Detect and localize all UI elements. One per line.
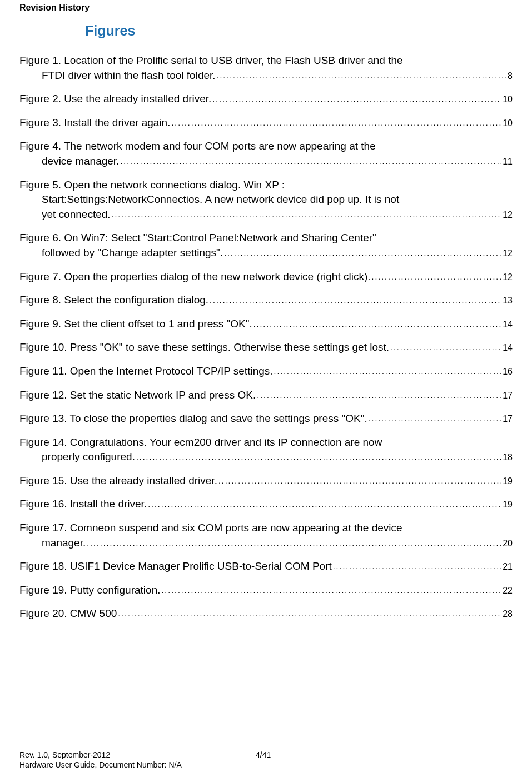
toc-text: FTDI diver within the flash tool folder.	[42, 68, 216, 83]
toc-entry: Figure 13. To close the properties dialo…	[19, 411, 513, 426]
toc-page-number: 19	[503, 499, 513, 511]
footer-doc: Hardware User Guide, Document Number: N/…	[19, 760, 513, 770]
toc-leader-dots: ........................................…	[148, 499, 501, 510]
toc-text: Figure 11. Open the Internet Protocol TC…	[19, 364, 273, 379]
toc-page-number: 21	[503, 561, 513, 573]
toc-text: properly configured.	[42, 450, 135, 465]
toc-line: manager.................................…	[42, 536, 513, 551]
toc-entry: Figure 8. Select the configuration dialo…	[19, 293, 513, 308]
toc-line: Figure 1. Location of the Prolific seria…	[19, 53, 513, 68]
toc-page-number: 11	[503, 156, 513, 168]
toc-leader-dots: ........................................…	[369, 414, 501, 425]
toc-page-number: 10	[503, 93, 513, 106]
toc-page-number: 19	[503, 475, 513, 487]
toc-line: Figure 15. Use the already installed dri…	[19, 474, 513, 489]
toc-entry: Figure 20. CMW 500......................…	[19, 606, 513, 621]
toc-page-number: 22	[503, 585, 513, 597]
toc-text: yet connected.	[42, 207, 111, 222]
toc-line: Figure 11. Open the Internet Protocol TC…	[19, 364, 513, 379]
toc-line: Figure 14. Congratulations. Your ecm200 …	[19, 435, 513, 450]
toc-page-number: 14	[503, 318, 513, 331]
toc-line: Figure 20. CMW 500......................…	[19, 606, 513, 621]
toc-leader-dots: ........................................…	[218, 476, 501, 487]
toc-leader-dots: ........................................…	[120, 156, 501, 167]
toc-entry: Figure 6. On Win7: Select "Start:Control…	[19, 231, 513, 260]
toc-entry: Figure 1. Location of the Prolific seria…	[19, 53, 513, 83]
toc-text: Figure 10. Press "OK" to save these sett…	[19, 340, 389, 355]
toc-leader-dots: ........................................…	[257, 390, 501, 401]
toc-entry: Figure 15. Use the already installed dri…	[19, 474, 513, 489]
toc-page-number: 12	[503, 247, 513, 260]
toc-entry: Figure 5. Open the network connections d…	[19, 178, 513, 222]
toc-entry: Figure 19. Putty configuration..........…	[19, 583, 513, 598]
toc-line: device manager..........................…	[42, 154, 513, 169]
toc-entry: Figure 17. Comneon suspend and six COM p…	[19, 521, 513, 550]
toc-line: FTDI diver within the flash tool folder.…	[42, 68, 513, 83]
toc-leader-dots: ........................................…	[212, 94, 501, 105]
toc-text: Figure 18. USIF1 Device Manager Prolific…	[19, 559, 332, 574]
toc-line: Figure 9. Set the client offset to 1 and…	[19, 317, 513, 332]
toc-page-number: 12	[503, 209, 513, 221]
toc-leader-dots: ........................................…	[161, 585, 501, 596]
toc-page-number: 12	[503, 271, 513, 283]
toc-entry: Figure 7. Open the properties dialog of …	[19, 270, 513, 285]
toc-text: Figure 20. CMW 500	[19, 606, 117, 621]
figures-toc: Figure 1. Location of the Prolific seria…	[19, 53, 513, 621]
toc-entry: Figure 18. USIF1 Device Manager Prolific…	[19, 559, 513, 574]
toc-line: Figure 17. Comneon suspend and six COM p…	[19, 521, 513, 536]
toc-leader-dots: ........................................…	[372, 272, 502, 283]
toc-line: Figure 8. Select the configuration dialo…	[19, 293, 513, 308]
toc-leader-dots: ........................................…	[171, 118, 501, 129]
toc-entry: Figure 10. Press "OK" to save these sett…	[19, 340, 513, 355]
toc-leader-dots: ........................................…	[118, 609, 501, 620]
toc-line: Figure 12. Set the static Network IP and…	[19, 388, 513, 403]
toc-text: Figure 13. To close the properties dialo…	[19, 411, 367, 426]
toc-page-number: 17	[503, 390, 513, 402]
toc-entry: Figure 16. Install the driver...........…	[19, 497, 513, 512]
toc-page-number: 13	[503, 295, 513, 307]
toc-line: Figure 6. On Win7: Select "Start:Control…	[19, 231, 513, 246]
toc-text: Figure 2. Use the already installed driv…	[19, 92, 211, 107]
toc-page-number: 10	[503, 117, 513, 129]
toc-text: device manager.	[42, 154, 119, 169]
toc-line: Figure 16. Install the driver...........…	[19, 497, 513, 512]
toc-leader-dots: ........................................…	[217, 71, 507, 82]
page-footer: Rev. 1.0, September-2012 Hardware User G…	[19, 750, 513, 770]
toc-page-number: 8	[508, 70, 513, 82]
toc-leader-dots: ........................................…	[224, 248, 501, 259]
toc-line: yet connected...........................…	[42, 207, 513, 222]
toc-line: Figure 19. Putty configuration..........…	[19, 583, 513, 598]
toc-text: Figure 7. Open the properties dialog of …	[19, 270, 371, 285]
toc-page-number: 14	[503, 342, 513, 354]
toc-line: properly configured.....................…	[42, 450, 513, 465]
page-header: Revision History	[19, 3, 513, 13]
toc-text: Figure 9. Set the client offset to 1 and…	[19, 317, 252, 332]
toc-entry: Figure 11. Open the Internet Protocol TC…	[19, 364, 513, 379]
toc-text: Figure 12. Set the static Network IP and…	[19, 388, 256, 403]
toc-page-number: 20	[503, 537, 513, 550]
figures-heading: Figures	[85, 23, 513, 39]
toc-page-number: 18	[503, 451, 513, 464]
toc-leader-dots: ........................................…	[253, 319, 502, 330]
toc-entry: Figure 9. Set the client offset to 1 and…	[19, 317, 513, 332]
toc-page-number: 16	[503, 366, 513, 378]
toc-entry: Figure 2. Use the already installed driv…	[19, 92, 513, 107]
toc-line: Figure 3. Install the driver again......…	[19, 116, 513, 131]
toc-text: Figure 16. Install the driver.	[19, 497, 147, 512]
toc-line: Figure 10. Press "OK" to save these sett…	[19, 340, 513, 355]
toc-leader-dots: ........................................…	[333, 561, 501, 572]
toc-entry: Figure 14. Congratulations. Your ecm200 …	[19, 435, 513, 465]
toc-line: followed by "Change adapter settings"...…	[42, 246, 513, 261]
toc-text: Figure 8. Select the configuration dialo…	[19, 293, 208, 308]
toc-leader-dots: ........................................…	[390, 342, 501, 353]
toc-text: Figure 15. Use the already installed dri…	[19, 474, 217, 489]
toc-leader-dots: ........................................…	[136, 452, 501, 463]
toc-page-number: 28	[503, 608, 513, 620]
toc-text: Figure 3. Install the driver again.	[19, 116, 170, 131]
toc-line: Figure 5. Open the network connections d…	[19, 178, 513, 193]
footer-page-num: 4/41	[256, 750, 271, 760]
toc-entry: Figure 4. The network modem and four COM…	[19, 139, 513, 168]
toc-leader-dots: ........................................…	[210, 295, 501, 306]
toc-page-number: 17	[503, 413, 513, 425]
toc-line: Start:Settings:NetworkConnectios. A new …	[42, 192, 513, 207]
